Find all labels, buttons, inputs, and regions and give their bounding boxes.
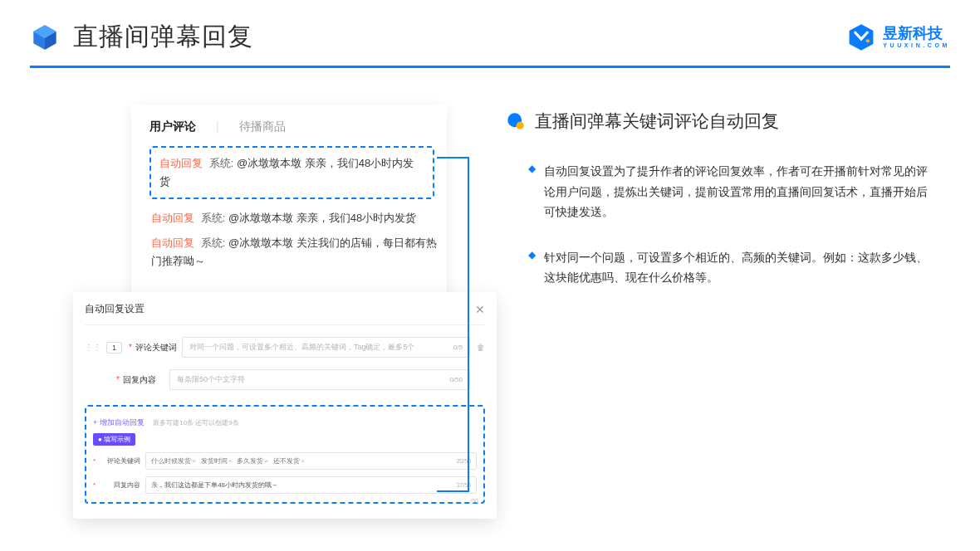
- right-heading: 直播间弹幕关键词评论自动回复: [505, 110, 963, 133]
- modal-title: 自动回复设置: [85, 302, 145, 316]
- diamond-icon: ◆: [528, 161, 536, 222]
- tab-divider: |: [216, 119, 219, 134]
- required-mark: *: [129, 343, 132, 352]
- add-note: 最多可建10条 还可以创建9条: [153, 419, 239, 427]
- bullet-item-2: ◆ 针对同一个问题，可设置多个相近的、高频的关键词。例如：这款多少钱、这块能优惠…: [505, 247, 937, 288]
- example-content-value: 亲，我们这边都是下单48小时内发货的哦～: [151, 480, 278, 490]
- example-kw-count: 20/50: [456, 458, 471, 464]
- right-column: 直播间弹幕关键词评论自动回复 ◆ 自动回复设置为了提升作者的评论回复效率，作者可…: [505, 105, 963, 313]
- keyword-placeholder: 对同一个问题，可设置多个相近、高频的关键词，Tag确定，最多5个: [189, 342, 415, 353]
- auto-reply-settings-modal: 自动回复设置 ✕ ⋮⋮ 1 * 评论关键词 对同一个问题，可设置多个相近、高频的…: [73, 292, 497, 519]
- diamond-icon: ◆: [528, 247, 536, 288]
- logo-hex-icon: [846, 22, 876, 52]
- keyword-chip: 还不发货×: [273, 456, 305, 466]
- keyword-chip: 发货时间×: [201, 456, 233, 466]
- comment-card: 用户评论 | 待播商品 自动回复 系统: @冰墩墩本墩 亲亲，我们48小时内发货…: [131, 105, 447, 299]
- logo-text: 昱新科技 YUUXIN.COM: [883, 26, 950, 48]
- example-content-label: 回复内容: [99, 480, 145, 490]
- main-content: 用户评论 | 待播商品 自动回复 系统: @冰墩墩本墩 亲亲，我们48小时内发货…: [0, 68, 980, 313]
- auto-reply-tag: 自动回复: [151, 212, 194, 224]
- cube-icon: [30, 22, 60, 52]
- comment-tabs: 用户评论 | 待播商品: [149, 119, 446, 134]
- reply-line-3: 自动回复 系统: @冰墩墩本墩 关注我们的店铺，每日都有热门推荐呦～: [149, 234, 446, 271]
- example-tag: ● 填写示例: [93, 433, 135, 446]
- close-icon[interactable]: ✕: [475, 303, 485, 316]
- required-mark: *: [116, 375, 120, 384]
- add-auto-reply-link[interactable]: + 增加自动回复: [93, 418, 145, 427]
- bullet-text-1: 自动回复设置为了提升作者的评论回复效率，作者可在开播前针对常见的评论用户问题，提…: [544, 161, 937, 222]
- example-content-count: 37/50: [456, 482, 471, 488]
- system-label: 系统:: [201, 236, 226, 249]
- example-keyword-row: * 评论关键词 什么时候发货×发货时间×多久发货×还不发货× 20/50: [93, 452, 477, 470]
- keyword-chip: 什么时候发货×: [151, 456, 196, 466]
- keyword-count: 0/5: [453, 344, 463, 351]
- logo-en: YUUXIN.COM: [883, 42, 950, 49]
- bullet-text-2: 针对同一个问题，可设置多个相近的、高频的关键词。例如：这款多少钱、这块能优惠吗、…: [544, 247, 937, 288]
- required-mark: *: [93, 481, 96, 489]
- required-mark: *: [93, 457, 96, 465]
- auto-reply-tag: 自动回复: [151, 236, 194, 249]
- bullet-icon: [505, 110, 527, 132]
- svg-point-4: [866, 39, 870, 42]
- bullet-item-1: ◆ 自动回复设置为了提升作者的评论回复效率，作者可在开播前针对常见的评论用户问题…: [505, 161, 937, 222]
- svg-point-6: [517, 122, 524, 129]
- left-column: 用户评论 | 待播商品 自动回复 系统: @冰墩墩本墩 亲亲，我们48小时内发货…: [40, 105, 472, 313]
- example-content-input[interactable]: 亲，我们这边都是下单48小时内发货的哦～ 37/50: [145, 476, 477, 494]
- page-title: 直播间弹幕回复: [73, 20, 253, 54]
- example-box: + 增加自动回复 最多可建10条 还可以创建9条 ● 填写示例 * 评论关键词 …: [85, 405, 485, 504]
- keyword-chip: 多久发货×: [237, 456, 268, 466]
- page-header: 直播间弹幕回复 昱新科技 YUUXIN.COM: [0, 0, 980, 54]
- keyword-input[interactable]: 对同一个问题，可设置多个相近、高频的关键词，Tag确定，最多5个 0/5: [182, 337, 470, 358]
- content-label: 回复内容: [123, 374, 169, 386]
- content-row: * 回复内容 每条限50个中文字符 0/50 🗑: [85, 369, 485, 390]
- system-label: 系统:: [201, 212, 226, 224]
- reply-line-2: 自动回复 系统: @冰墩墩本墩 亲亲，我们48小时内发货: [149, 209, 446, 227]
- system-label: 系统:: [209, 157, 234, 169]
- auto-reply-tag: 自动回复: [159, 157, 203, 169]
- delete-icon[interactable]: 🗑: [477, 343, 485, 352]
- example-content-row: * 回复内容 亲，我们这边都是下单48小时内发货的哦～ 37/50: [93, 476, 477, 494]
- chip-list: 什么时候发货×发货时间×多久发货×还不发货×: [151, 456, 310, 466]
- drag-handle-icon[interactable]: ⋮⋮: [85, 343, 101, 352]
- keyword-row: ⋮⋮ 1 * 评论关键词 对同一个问题，可设置多个相近、高频的关键词，Tag确定…: [85, 337, 485, 358]
- example-kw-input[interactable]: 什么时候发货×发货时间×多久发货×还不发货× 20/50: [145, 452, 477, 470]
- tab-pending-goods[interactable]: 待播商品: [239, 119, 286, 134]
- add-row: + 增加自动回复 最多可建10条 还可以创建9条: [93, 413, 477, 428]
- tab-user-comments[interactable]: 用户评论: [149, 119, 196, 134]
- highlighted-reply: 自动回复 系统: @冰墩墩本墩 亲亲，我们48小时内发货: [149, 146, 434, 199]
- brand-logo: 昱新科技 YUUXIN.COM: [846, 22, 950, 52]
- rule-number: 1: [106, 342, 122, 354]
- keyword-label: 评论关键词: [135, 342, 182, 354]
- reply-message: @冰墩墩本墩 亲亲，我们48小时内发货: [228, 212, 416, 224]
- stray-count: /50: [470, 498, 478, 504]
- header-left: 直播间弹幕回复: [30, 20, 253, 54]
- logo-cn: 昱新科技: [883, 26, 950, 42]
- modal-header: 自动回复设置 ✕: [85, 302, 485, 325]
- content-input[interactable]: 每条限50个中文字符 0/50: [169, 369, 470, 390]
- content-count: 0/50: [449, 376, 463, 383]
- content-placeholder: 每条限50个中文字符: [177, 374, 245, 385]
- right-title: 直播间弹幕关键词评论自动回复: [535, 110, 779, 133]
- example-kw-label: 评论关键词: [99, 456, 145, 466]
